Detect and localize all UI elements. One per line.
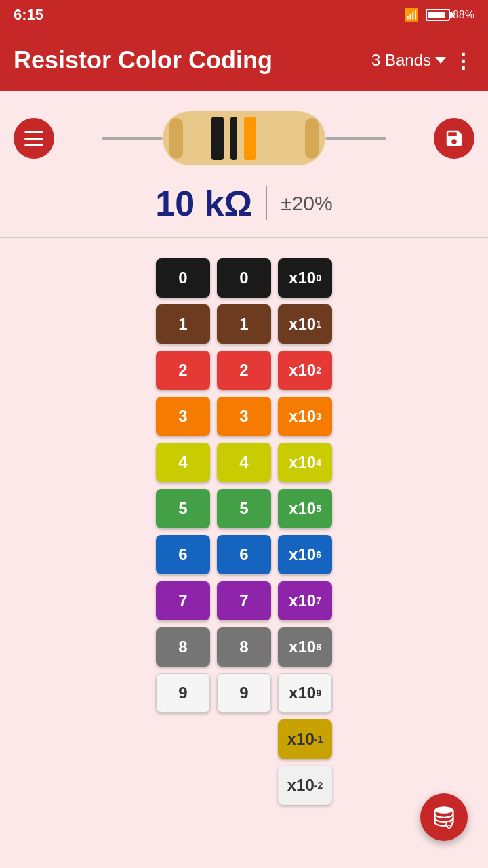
band1-brown[interactable]: 1 <box>156 304 210 344</box>
color-row-brown: 1 1 x101 <box>156 304 332 344</box>
battery-icon: 88% <box>426 9 474 21</box>
band1-yellow[interactable]: 4 <box>156 443 210 482</box>
database-icon: ⊙ <box>432 805 456 829</box>
resistor-band-2 <box>230 117 237 160</box>
band2-yellow[interactable]: 4 <box>217 443 271 482</box>
mult-green[interactable]: x105 <box>278 489 332 528</box>
resistance-value: 10 kΩ <box>155 183 252 224</box>
svg-point-0 <box>435 806 453 814</box>
mult-black[interactable]: x100 <box>278 258 332 298</box>
color-row-violet: 7 7 x107 <box>156 581 332 620</box>
menu-line-3 <box>24 144 43 146</box>
band1-red[interactable]: 2 <box>156 351 210 390</box>
app-title: Resistor Color Coding <box>14 46 272 75</box>
band1-black[interactable]: 0 <box>156 258 210 298</box>
mult-orange[interactable]: x103 <box>278 397 332 436</box>
mult-grey[interactable]: x108 <box>278 627 332 667</box>
resistor-wrapper <box>102 111 386 165</box>
sim-icon: 📶 <box>404 7 419 22</box>
svg-text:⊙: ⊙ <box>447 824 451 830</box>
band1-white[interactable]: 9 <box>156 673 210 713</box>
mult-silver[interactable]: x10-2 <box>278 766 332 805</box>
band2-violet[interactable]: 7 <box>217 581 271 620</box>
color-row-grey: 8 8 x108 <box>156 627 332 667</box>
mult-white[interactable]: x109 <box>278 673 332 713</box>
color-grid: 0 0 x100 1 1 x101 2 2 x102 3 3 x103 4 4 … <box>0 245 488 818</box>
more-options-icon[interactable]: ⋮ <box>453 49 474 73</box>
bands-selector[interactable]: 3 Bands <box>371 51 446 70</box>
content: 10 kΩ ±20% 0 0 x100 1 1 x101 2 2 x102 3 … <box>0 91 488 818</box>
color-row-black: 0 0 x100 <box>156 258 332 298</box>
fab-database-button[interactable]: ⊙ <box>420 793 468 841</box>
color-row-orange: 3 3 x103 <box>156 397 332 436</box>
menu-button[interactable] <box>14 118 54 159</box>
status-bar: 6:15 📶 88% <box>0 0 488 30</box>
chevron-down-icon <box>435 57 446 64</box>
band2-white[interactable]: 9 <box>217 673 271 713</box>
color-row-yellow: 4 4 x104 <box>156 443 332 482</box>
mult-red[interactable]: x102 <box>278 351 332 390</box>
app-bar: Resistor Color Coding 3 Bands ⋮ <box>0 30 488 91</box>
mult-violet[interactable]: x107 <box>278 581 332 620</box>
value-display: 10 kΩ ±20% <box>0 172 488 237</box>
color-row-green: 5 5 x105 <box>156 489 332 528</box>
resistor-lead-right <box>325 137 386 140</box>
resistor-section <box>0 91 488 172</box>
app-bar-right: 3 Bands ⋮ <box>371 49 474 73</box>
mult-gold[interactable]: x10-1 <box>278 719 332 759</box>
color-row-red: 2 2 x102 <box>156 351 332 390</box>
menu-line-2 <box>24 138 43 140</box>
menu-line-1 <box>24 131 43 133</box>
color-row-gold: x10-1 <box>156 719 332 759</box>
save-button[interactable] <box>434 118 474 159</box>
band2-orange[interactable]: 3 <box>217 397 271 436</box>
band1-green[interactable]: 5 <box>156 489 210 528</box>
battery-bar <box>426 9 450 21</box>
band2-red[interactable]: 2 <box>217 351 271 390</box>
band2-green[interactable]: 5 <box>217 489 271 528</box>
status-icons: 📶 88% <box>404 7 474 22</box>
resistor-band-1 <box>211 117 224 160</box>
band2-brown[interactable]: 1 <box>217 304 271 344</box>
color-row-blue: 6 6 x106 <box>156 535 332 574</box>
color-row-white: 9 9 x109 <box>156 673 332 713</box>
band1-grey[interactable]: 8 <box>156 627 210 667</box>
mult-blue[interactable]: x106 <box>278 535 332 574</box>
band1-blue[interactable]: 6 <box>156 535 210 574</box>
resistor-lead-left <box>102 137 163 140</box>
band1-orange[interactable]: 3 <box>156 397 210 436</box>
mult-yellow[interactable]: x104 <box>278 443 332 482</box>
band2-black[interactable]: 0 <box>217 258 271 298</box>
tolerance-value: ±20% <box>281 192 333 215</box>
status-time: 6:15 <box>14 6 43 24</box>
tolerance-divider <box>266 186 267 220</box>
band1-violet[interactable]: 7 <box>156 581 210 620</box>
battery-fill <box>428 12 445 18</box>
section-divider <box>0 237 488 238</box>
save-icon <box>444 128 464 149</box>
bands-label: 3 Bands <box>371 51 431 70</box>
color-row-silver: x10-2 <box>156 766 332 805</box>
band2-blue[interactable]: 6 <box>217 535 271 574</box>
battery-percent: 88% <box>453 9 474 21</box>
mult-brown[interactable]: x101 <box>278 304 332 344</box>
band2-grey[interactable]: 8 <box>217 627 271 667</box>
resistor-body <box>163 111 325 165</box>
resistor-band-3 <box>244 117 256 160</box>
